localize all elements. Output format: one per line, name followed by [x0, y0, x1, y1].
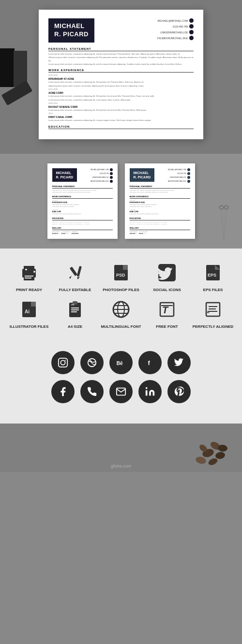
mini-job2-text: Lorem ipsum dolor sit amet consectetur a…: [52, 213, 113, 215]
twitter-social-icon[interactable]: [167, 351, 191, 374]
svg-point-55: [215, 452, 226, 460]
mini-ps-title: PERSONAL STATEMENT: [52, 185, 113, 189]
feature-illustrator: Ai ILLUSTRATOR FILES: [7, 297, 51, 329]
svg-rect-8: [25, 278, 31, 278]
mini-contact-dark: MICHAEL@MICHAEL.COM 0123-456-789 LINKEDI…: [168, 168, 190, 183]
mini-email-light: MICHAEL@MICHAEL.COM: [91, 168, 113, 171]
phone-social-icon[interactable]: [80, 380, 104, 403]
free-font-label: FREE FONT: [156, 324, 178, 329]
svg-point-0: [220, 205, 224, 209]
mini-job1-date: 2003-2005: [52, 200, 113, 201]
twitter-icon-box: [155, 261, 179, 285]
mini-header-light: MICHAELR. PICARD MICHAEL@MICHAEL.COM 012…: [52, 168, 113, 183]
mini-job1-text2: Lorem ipsum dolor sit amet, lorem ipsum.: [52, 206, 113, 208]
mini-linkedin-light: LINKEDIN/MICHAELLOE: [92, 176, 112, 179]
features-section: PRINT READY FULLY EDITABLE: [0, 249, 242, 342]
envelope-social-icon[interactable]: [109, 380, 133, 403]
mini-edu-title-dark: EDUCATION: [130, 217, 190, 220]
print-icon-box: [17, 261, 41, 285]
social-row-1: Bē f: [7, 351, 235, 374]
education-title: EDUCATION: [48, 125, 194, 129]
svg-text:f: f: [148, 359, 150, 366]
svg-line-2: [222, 209, 224, 241]
align-icon-box: A: [201, 297, 225, 322]
ps-text-1: Lorem ipsum dolor sit amet, consectetur …: [48, 53, 194, 56]
job4-desc: Lorem ipsum dolor sit amet, consectetur …: [48, 119, 194, 122]
resume-header: MICHAEL R. PICARD MICHAEL@MICHAEL.COM 01…: [48, 18, 194, 43]
mini-linkedin-icon: [110, 176, 113, 179]
behance-social-icon[interactable]: Bē: [109, 351, 133, 374]
mini-skills-title-dark: SKILLSET: [130, 227, 190, 230]
psd-icon: PSD: [110, 262, 132, 283]
svg-text:PSD: PSD: [116, 273, 125, 278]
feature-a4: A4 A4 SIZE: [53, 297, 97, 329]
text-icon-box: T: [155, 297, 179, 322]
book1: [0, 48, 15, 87]
mini-job1-title-dark: INTERNSHIP AT ACNE: [130, 202, 190, 204]
skill-illustrator-dark: ILLUSTRATOR: [139, 231, 147, 234]
mini-edu-date2-dark: 2009-2014 · UNIVERSITY OF MORE AWESOMENE…: [130, 223, 190, 225]
mini-ps-text2: Lorem ipsum dolor sit amet, consectetur …: [52, 191, 113, 193]
scissors-decoration: [218, 205, 235, 244]
mini-edu-date1: 2003-2005 · UNIVERSITY OF MORE AWESOMENE…: [52, 221, 113, 223]
middle-section: MICHAELR. PICARD MICHAEL@MICHAEL.COM 012…: [0, 154, 242, 249]
mini-linkedin-icon-dark: [187, 176, 190, 179]
svg-point-57: [207, 457, 218, 467]
svg-text:A4: A4: [71, 303, 75, 306]
facebook-social-icon[interactable]: f: [138, 351, 162, 374]
a4-label: A4 SIZE: [68, 324, 82, 329]
typography-icon: T: [156, 299, 178, 320]
svg-rect-29: [71, 307, 79, 308]
coffee-beans: [174, 424, 232, 469]
facebook-f-social-icon[interactable]: [51, 380, 75, 403]
mini-job2-date: 2005-2008: [52, 209, 113, 210]
social-icons-label: SOCIAL ICONs: [153, 288, 181, 293]
mini-phone-icon: [110, 172, 113, 175]
eps-icon: EPS: [202, 262, 224, 283]
svg-text:A: A: [207, 310, 210, 314]
mini-job1-date-dark: 2003-2005: [130, 200, 190, 201]
svg-text:T: T: [162, 305, 169, 315]
job3-date: 2009-2014: [48, 102, 194, 104]
dribbble-social-icon[interactable]: [80, 351, 104, 374]
mini-edu-date2: 2009-2014 · UNIVERSITY OF MORE AWESOMENE…: [52, 223, 113, 225]
instagram-social-icon[interactable]: [51, 351, 75, 374]
svg-rect-9: [25, 269, 27, 270]
resume-mini-light: MICHAELR. PICARD MICHAEL@MICHAEL.COM 012…: [47, 163, 118, 239]
photoshop-label: PHOTOSHOP FILES: [103, 288, 139, 293]
printer-icon: [18, 262, 40, 283]
feature-multilingual: MULTILINGUAL FONT: [99, 297, 143, 329]
facebook-icon: [189, 36, 194, 40]
work-experience-title: WORK EXPERIENCE: [48, 69, 194, 73]
svg-rect-31: [71, 311, 77, 312]
mini-ps-text2-dark: Lorem ipsum dolor sit amet, consectetur …: [130, 191, 190, 193]
mini-edu-title: EDUCATION: [52, 217, 113, 220]
contact-phone-row: 0123-456-789: [173, 24, 194, 29]
linkedin-social-icon[interactable]: [138, 380, 162, 403]
job1-date: 2003-2005: [48, 74, 194, 76]
mini-fb-light: FACEBOOK/MICHAEL.DUE: [91, 180, 113, 183]
pinterest-social-icon[interactable]: [167, 380, 191, 403]
ai-icon-box: Ai: [17, 297, 41, 322]
ps-text-2: Ulla lorem ipsum dolor sit amet, consect…: [48, 56, 194, 62]
contact-email-row: MICHAEL@MICHAEL.COM: [157, 18, 194, 23]
mini-ps-title-dark: PERSONAL STATEMENT: [130, 185, 190, 189]
mini-job2-title-dark: ACME CORP.: [130, 211, 190, 213]
mini-job2-date-dark: 2005-2008: [130, 209, 190, 210]
mini-we-title-dark: WORK EXPERIENCE: [130, 195, 190, 199]
skill-indesign: INDESIGN: [72, 231, 78, 234]
contact-facebook-row: FACEBOOK/MICHAEL.DUE: [157, 36, 194, 40]
mini-header-dark: MICHAELR. PICARD MICHAEL@MICHAEL.COM 012…: [130, 168, 190, 183]
svg-rect-13: [76, 266, 82, 277]
svg-marker-14: [77, 277, 80, 279]
skill-photoshop: PHOTOSHOP: [52, 231, 60, 234]
mini-phone-light: 0123-456-789: [100, 172, 113, 175]
illustrator-label: ILLUSTRATOR FILES: [10, 324, 49, 329]
job1-title: INTERNSHIP AT ACNE: [48, 77, 194, 80]
mini-job1-text2-dark: Lorem ipsum dolor sit amet, lorem ipsum.: [130, 206, 190, 208]
svg-rect-30: [71, 309, 79, 310]
linkedin-icon: [189, 30, 194, 34]
svg-text:Bē: Bē: [117, 361, 123, 366]
feature-fully-editable: FULLY EDITABLE: [53, 261, 97, 293]
feature-free-font: T FREE FONT: [145, 297, 189, 329]
